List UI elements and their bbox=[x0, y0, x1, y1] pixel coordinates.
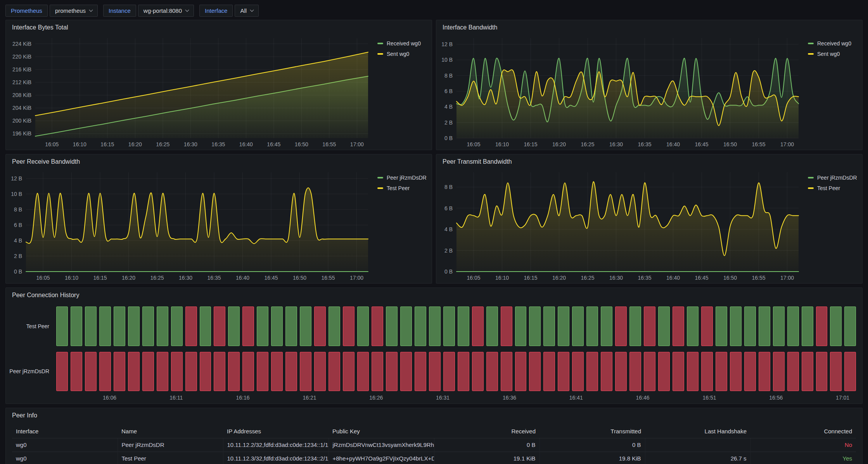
column-header-connected[interactable]: Connected bbox=[750, 424, 856, 438]
x-axis-label: 16:55 bbox=[322, 275, 335, 281]
legend-item-received-wg0[interactable]: Received wg0 bbox=[377, 40, 426, 47]
status-bar-disconnected bbox=[543, 352, 555, 391]
status-bar-disconnected bbox=[200, 352, 211, 391]
y-axis-label: 2 B bbox=[444, 248, 453, 254]
panel-row-2: Peer Receive Bandwidth 12 B10 B8 B6 B4 B… bbox=[5, 154, 863, 284]
legend-item-test-peer[interactable]: Test Peer bbox=[377, 185, 426, 191]
x-axis-label: 16:36 bbox=[503, 395, 516, 401]
status-bar-disconnected bbox=[128, 352, 140, 391]
x-axis-label: 16:20 bbox=[552, 141, 566, 147]
status-bar-disconnected bbox=[759, 352, 770, 391]
x-axis-label: 16:35 bbox=[207, 275, 221, 281]
filter-value-dropdown-interface[interactable]: All bbox=[235, 5, 259, 17]
column-header-last-handshake[interactable]: Last Handshake bbox=[645, 424, 750, 438]
panel-title[interactable]: Peer Transmit Bandwidth bbox=[436, 154, 862, 168]
y-axis-label: 12 B bbox=[441, 41, 453, 47]
x-axis-label: 16:45 bbox=[695, 141, 709, 147]
status-bar-connected bbox=[543, 306, 555, 346]
status-bar-disconnected bbox=[142, 352, 154, 391]
table-row: wg0Peer jRzmDsDR10.11.12.2/32,fdfd:d3ad:… bbox=[12, 438, 856, 452]
legend-label: Sent wg0 bbox=[817, 51, 840, 57]
cell-last-handshake: 26.7 s bbox=[645, 452, 750, 464]
legend-label: Sent wg0 bbox=[387, 51, 409, 57]
column-header-public-key[interactable]: Public Key bbox=[329, 424, 434, 438]
panel-title[interactable]: Interface Bytes Total bbox=[6, 20, 432, 34]
legend-item-sent-wg0[interactable]: Sent wg0 bbox=[808, 51, 857, 57]
panel-title[interactable]: Peer Receive Bandwidth bbox=[6, 154, 432, 168]
x-axis-label: 16:16 bbox=[236, 395, 250, 401]
y-axis-label: 208 KiB bbox=[12, 92, 31, 98]
x-axis-label: 16:45 bbox=[695, 275, 709, 281]
column-header-transmitted[interactable]: Transmitted bbox=[539, 424, 645, 438]
status-bar-connected bbox=[787, 306, 799, 346]
status-bar-connected bbox=[773, 306, 785, 346]
filter-value-dropdown-instance[interactable]: wg-portal:8080 bbox=[138, 5, 194, 17]
status-bar-disconnected bbox=[615, 306, 627, 346]
table-row: wg0Test Peer10.11.12.3/32,fdfd:d3ad:c0de… bbox=[12, 452, 856, 464]
column-header-received[interactable]: Received bbox=[434, 424, 539, 438]
cell-interface: wg0 bbox=[12, 452, 118, 464]
legend-label: Test Peer bbox=[817, 185, 840, 191]
cell-connected: No bbox=[750, 438, 856, 452]
legend-item-sent-wg0[interactable]: Sent wg0 bbox=[377, 51, 426, 57]
panel-title[interactable]: Peer Info bbox=[6, 408, 862, 422]
x-axis-label: 16:35 bbox=[638, 275, 652, 281]
cell-name: Peer jRzmDsDR bbox=[118, 438, 223, 452]
cell-last-handshake bbox=[645, 438, 750, 452]
panel-peer-receive-bandwidth: Peer Receive Bandwidth 12 B10 B8 B6 B4 B… bbox=[5, 154, 432, 284]
cell-transmitted: 19.8 KiB bbox=[539, 452, 645, 464]
status-bar-disconnected bbox=[802, 352, 813, 391]
filter-value-dropdown-prometheus[interactable]: prometheus bbox=[50, 5, 98, 17]
status-bar-connected bbox=[802, 306, 813, 346]
status-bar-connected bbox=[200, 306, 211, 346]
status-bar-disconnected bbox=[214, 306, 225, 346]
status-bar-connected bbox=[558, 306, 569, 346]
x-axis-label: 16:20 bbox=[552, 275, 566, 281]
legend: Peer jRzmDsDRTest Peer bbox=[368, 172, 426, 272]
status-bar-disconnected bbox=[300, 352, 311, 391]
status-bar-connected bbox=[730, 306, 742, 346]
status-bar-connected bbox=[271, 306, 283, 346]
x-axis-label: 16:55 bbox=[322, 141, 336, 147]
status-bar-connected bbox=[486, 306, 498, 346]
legend-item-received-wg0[interactable]: Received wg0 bbox=[808, 40, 857, 47]
timeseries-chart bbox=[456, 38, 799, 138]
x-axis-label: 16:15 bbox=[524, 141, 538, 147]
filter-value: wg-portal:8080 bbox=[144, 7, 182, 14]
cell-connected: Yes bbox=[750, 452, 856, 464]
status-bar-disconnected bbox=[501, 306, 512, 346]
status-bar-disconnected bbox=[744, 352, 756, 391]
legend-swatch bbox=[808, 177, 814, 178]
status-bar-disconnected bbox=[716, 352, 727, 391]
status-row-label: Peer jRzmDsDR bbox=[6, 352, 56, 391]
y-axis-label: 6 B bbox=[444, 88, 453, 94]
y-axis-label: 196 KiB bbox=[12, 130, 31, 137]
status-bar-disconnected bbox=[185, 352, 197, 391]
status-bar-disconnected bbox=[415, 352, 426, 391]
status-row-peer-jrzmdsdr: Peer jRzmDsDR bbox=[6, 352, 856, 391]
filter-interface: InterfaceAll bbox=[199, 5, 259, 17]
status-bar-disconnected bbox=[285, 352, 297, 391]
y-axis: 8 B6 B4 B2 B0 B bbox=[439, 172, 456, 272]
column-header-interface[interactable]: Interface bbox=[12, 424, 118, 438]
panel-title[interactable]: Peer Connection History bbox=[6, 288, 862, 302]
legend-item-peer-jrzmdsdr[interactable]: Peer jRzmDsDR bbox=[377, 175, 426, 181]
panel-title[interactable]: Interface Bandwidth bbox=[436, 20, 862, 34]
status-bar-connected bbox=[830, 306, 842, 346]
x-axis-label: 16:56 bbox=[769, 395, 783, 401]
legend-item-test-peer[interactable]: Test Peer bbox=[808, 185, 857, 191]
status-bar-disconnected bbox=[242, 306, 254, 346]
legend-swatch bbox=[808, 43, 814, 44]
status-bar-connected bbox=[443, 306, 455, 346]
y-axis-label: 8 B bbox=[444, 73, 453, 79]
plot-area: 16:0516:1016:1516:2016:2516:3016:3516:40… bbox=[26, 172, 368, 272]
column-header-ip-addresses[interactable]: IP Addresses bbox=[223, 424, 329, 438]
status-row-test-peer: Test Peer bbox=[6, 306, 856, 346]
status-bar-disconnected bbox=[558, 352, 569, 391]
timeseries-chart bbox=[35, 38, 368, 138]
legend: Peer jRzmDsDRTest Peer bbox=[799, 172, 857, 272]
legend-item-peer-jrzmdsdr[interactable]: Peer jRzmDsDR bbox=[808, 175, 857, 181]
chevron-down-icon bbox=[185, 8, 189, 12]
column-header-name[interactable]: Name bbox=[118, 424, 223, 438]
x-axis-label: 16:21 bbox=[303, 395, 316, 401]
